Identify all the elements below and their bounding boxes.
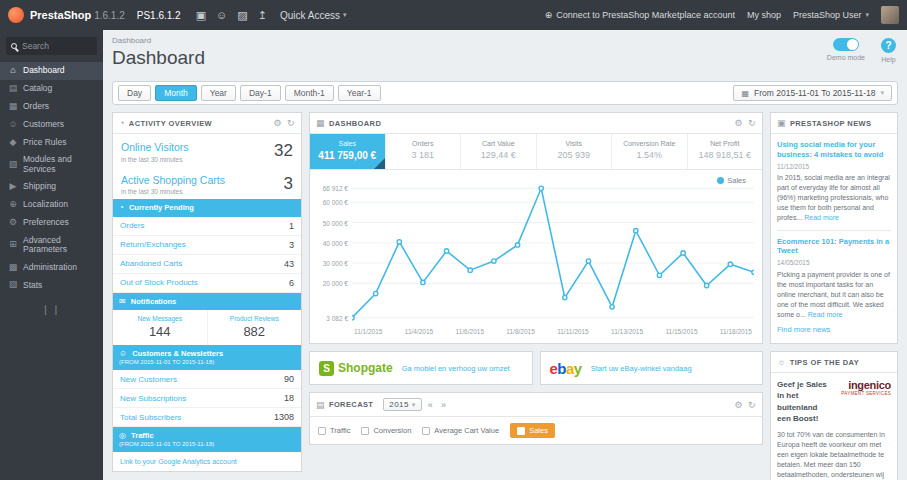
filter-year-button[interactable]: Year bbox=[201, 85, 236, 101]
quick-access-menu[interactable]: Quick Access ▾ bbox=[280, 10, 347, 21]
kpi-net-profit[interactable]: Net Profit 148 918,51 € bbox=[688, 134, 763, 169]
previous-icon[interactable]: « bbox=[426, 400, 435, 410]
sidebar-item-customers[interactable]: ☺Customers bbox=[0, 116, 103, 134]
sidebar-item-stats[interactable]: ▨Stats bbox=[0, 276, 103, 294]
data-point[interactable] bbox=[373, 291, 377, 295]
read-more-link[interactable]: Read more bbox=[808, 311, 843, 318]
product-reviews-cell[interactable]: Product Reviews 882 bbox=[208, 310, 302, 345]
data-point[interactable] bbox=[728, 262, 732, 266]
filter-day-1-button[interactable]: Day-1 bbox=[240, 85, 281, 101]
refresh-icon[interactable]: ↻ bbox=[748, 118, 756, 128]
cart-icon[interactable]: ▣ bbox=[191, 9, 211, 22]
gear-icon[interactable]: ⚙ bbox=[274, 118, 282, 128]
online-visitors-link[interactable]: Online Visitors bbox=[121, 142, 189, 154]
sidebar-item-shipping[interactable]: ▶Shipping bbox=[0, 178, 103, 196]
sidebar-item-administration[interactable]: ▩Administration bbox=[0, 259, 103, 277]
data-point[interactable] bbox=[634, 229, 638, 233]
refresh-icon[interactable]: ↻ bbox=[287, 118, 295, 128]
abandoned-carts-link[interactable]: Abandoned Carts bbox=[120, 259, 182, 268]
data-point[interactable] bbox=[397, 240, 401, 244]
data-point[interactable] bbox=[704, 283, 708, 287]
data-point[interactable] bbox=[352, 316, 354, 320]
my-shop-label: My shop bbox=[747, 10, 781, 20]
next-icon[interactable]: » bbox=[439, 400, 448, 410]
user-menu[interactable]: PrestaShop User ▾ bbox=[793, 10, 869, 20]
panel-tools: ⚙ ↻ bbox=[735, 118, 756, 128]
data-point[interactable] bbox=[752, 270, 754, 274]
data-point[interactable] bbox=[586, 259, 590, 263]
forecast-sales-checkbox[interactable]: Sales bbox=[510, 423, 555, 438]
sidebar-item-price-rules[interactable]: ◆Price Rules bbox=[0, 134, 103, 152]
forecast-conversion-checkbox[interactable]: Conversion bbox=[361, 426, 411, 435]
data-point[interactable] bbox=[492, 259, 496, 263]
active-carts-link[interactable]: Active Shopping Carts bbox=[121, 175, 225, 187]
chart-plot-area[interactable] bbox=[352, 182, 754, 324]
data-point[interactable] bbox=[610, 305, 614, 309]
avatar[interactable] bbox=[881, 6, 899, 24]
forecast-traffic-checkbox[interactable]: Traffic bbox=[318, 426, 350, 435]
shopgate-link[interactable]: Ga mobiel en verhoog uw omzet bbox=[402, 364, 510, 373]
data-point[interactable] bbox=[444, 249, 448, 253]
sidebar-item-orders[interactable]: ▦Orders bbox=[0, 98, 103, 116]
forecast-avg-cart-checkbox[interactable]: Average Cart Value bbox=[422, 426, 499, 435]
filter-day-button[interactable]: Day bbox=[118, 85, 151, 101]
new-messages-cell[interactable]: New Messages 144 bbox=[113, 310, 208, 345]
marketplace-link[interactable]: ⊕ Connect to PrestaShop Marketplace acco… bbox=[545, 10, 735, 20]
sidebar-item-catalog[interactable]: ▤Catalog bbox=[0, 80, 103, 98]
kpi-conversion-rate[interactable]: Conversion Rate 1.54% bbox=[612, 134, 688, 169]
data-point[interactable] bbox=[421, 280, 425, 284]
orders-link[interactable]: Orders bbox=[120, 221, 144, 230]
sidebar-item-modules[interactable]: ▧Modules and Services bbox=[0, 151, 103, 178]
find-more-news-link[interactable]: Find more news bbox=[777, 325, 891, 336]
data-point[interactable] bbox=[515, 243, 519, 247]
kpi-orders[interactable]: Orders 3 181 bbox=[386, 134, 462, 169]
kpi-sales[interactable]: Sales 411 759,00 € bbox=[310, 134, 386, 169]
read-more-link[interactable]: Read more bbox=[804, 214, 839, 221]
sidebar-search[interactable] bbox=[6, 37, 97, 55]
pending-row: Out of Stock Products 6 bbox=[113, 274, 301, 293]
total-subscribers-link[interactable]: Total Subscribers bbox=[120, 413, 181, 422]
new-subscriptions-link[interactable]: New Subscriptions bbox=[120, 394, 186, 403]
date-range-picker[interactable]: ▦ From 2015-11-01 To 2015-11-18 ▾ bbox=[733, 85, 892, 101]
data-point[interactable] bbox=[681, 251, 685, 255]
gear-icon[interactable]: ⚙ bbox=[735, 118, 743, 128]
data-point[interactable] bbox=[657, 273, 661, 277]
help-button[interactable]: ? bbox=[881, 38, 896, 53]
prestashop-logo-icon[interactable] bbox=[8, 7, 24, 23]
filter-month-1-button[interactable]: Month-1 bbox=[285, 85, 334, 101]
quick-access-label: Quick Access bbox=[280, 10, 340, 21]
breadcrumb[interactable]: Dashboard bbox=[112, 36, 898, 45]
my-shop-link[interactable]: My shop bbox=[747, 10, 781, 20]
forecast-year-select[interactable]: 2015 ▾ bbox=[383, 398, 421, 411]
shop-name[interactable]: PS1.6.1.2 bbox=[137, 10, 181, 21]
upgrade-icon[interactable]: ↥ bbox=[253, 9, 272, 22]
google-analytics-link[interactable]: Link to your Google Analytics account bbox=[113, 452, 301, 471]
stats-icon[interactable]: ▨ bbox=[232, 9, 252, 22]
kpi-cart-value[interactable]: Cart Value 129,44 € bbox=[461, 134, 537, 169]
sidebar-collapse-button[interactable]: ❘❘ bbox=[0, 304, 103, 315]
new-customers-link[interactable]: New Customers bbox=[120, 375, 177, 384]
sidebar-item-preferences[interactable]: ⚙Preferences bbox=[0, 214, 103, 232]
news-item-title[interactable]: Using social media for your business: 4 … bbox=[777, 140, 891, 160]
kpi-visits[interactable]: Visits 205 939 bbox=[537, 134, 613, 169]
middle-column: ▦ DASHBOARD ⚙ ↻ Sales 411 759,00 € bbox=[309, 112, 763, 445]
data-point[interactable] bbox=[539, 186, 543, 190]
ebay-link[interactable]: Start uw eBay-winkel vandaag bbox=[591, 364, 692, 373]
search-input[interactable] bbox=[22, 41, 92, 51]
employees-icon[interactable]: ☺ bbox=[211, 9, 232, 22]
gear-icon[interactable]: ⚙ bbox=[735, 400, 743, 410]
data-point[interactable] bbox=[563, 295, 567, 299]
out-of-stock-link[interactable]: Out of Stock Products bbox=[120, 278, 198, 287]
sidebar-item-advanced-parameters[interactable]: ⊞Advanced Parameters bbox=[0, 232, 103, 259]
filter-month-button[interactable]: Month bbox=[155, 85, 197, 101]
sidebar-item-dashboard[interactable]: ⌂Dashboard bbox=[0, 62, 103, 80]
news-item-title[interactable]: Ecommerce 101: Payments in a Tweet bbox=[777, 237, 891, 257]
demo-mode-toggle[interactable] bbox=[833, 38, 859, 51]
data-point[interactable] bbox=[468, 268, 472, 272]
kpi-label: Net Profit bbox=[690, 140, 761, 147]
refresh-icon[interactable]: ↻ bbox=[748, 400, 756, 410]
filter-year-1-button[interactable]: Year-1 bbox=[338, 85, 381, 101]
returns-link[interactable]: Return/Exchanges bbox=[120, 240, 186, 249]
sidebar-item-localization[interactable]: ⊕Localization bbox=[0, 196, 103, 214]
app-root: PrestaShop 1.6.1.2 PS1.6.1.2 ▣ ☺ ▨ ↥ Qui… bbox=[0, 0, 907, 480]
